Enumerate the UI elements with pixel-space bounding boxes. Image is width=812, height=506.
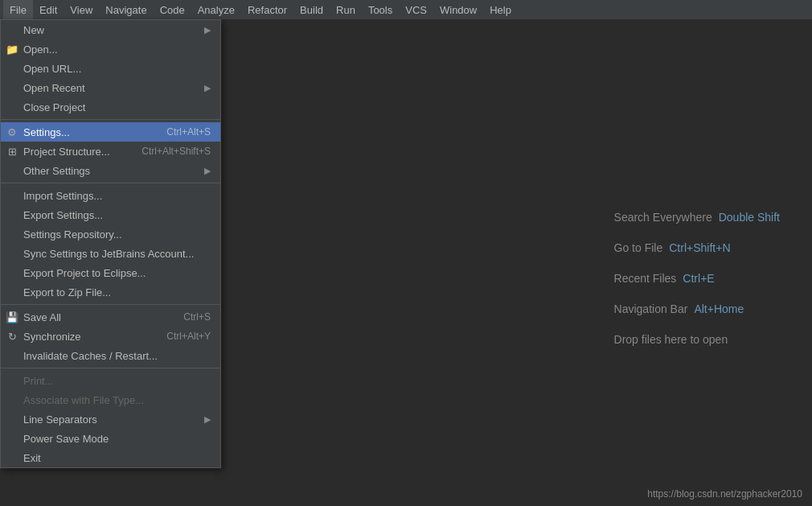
- menu-new-arrow: ▶: [204, 25, 211, 35]
- menu-power-save-mode-label: Power Save Mode: [23, 433, 211, 445]
- menu-refactor[interactable]: Refactor: [241, 0, 293, 19]
- menu-synchronize[interactable]: ↻ Synchronize Ctrl+Alt+Y: [1, 327, 220, 346]
- menu-settings-label: Settings...: [23, 126, 150, 138]
- menu-save-all-shortcut: Ctrl+S: [183, 311, 211, 323]
- separator-4: [1, 368, 220, 368]
- menu-import-settings-label: Import Settings...: [23, 190, 211, 202]
- menu-save-all-label: Save All: [23, 311, 167, 323]
- menu-run[interactable]: Run: [330, 0, 362, 19]
- menu-tools[interactable]: Tools: [362, 0, 399, 19]
- menu-window-label: Window: [440, 4, 477, 16]
- hint-recent-files: Recent Files Ctrl+E: [614, 272, 780, 285]
- menu-close-project-label: Close Project: [23, 101, 211, 113]
- hint-drop-files: Drop files here to open: [614, 333, 780, 346]
- menu-save-all[interactable]: 💾 Save All Ctrl+S: [1, 307, 220, 327]
- menu-other-settings-arrow: ▶: [204, 166, 211, 176]
- menu-power-save-mode[interactable]: Power Save Mode: [1, 429, 220, 448]
- menu-view-label: View: [70, 4, 92, 16]
- menu-file-label: File: [10, 4, 27, 16]
- menu-invalidate-caches-label: Invalidate Caches / Restart...: [23, 350, 211, 362]
- menu-open[interactable]: 📁 Open...: [1, 39, 220, 59]
- menu-settings[interactable]: ⚙ Settings... Ctrl+Alt+S: [1, 122, 220, 142]
- menu-analyze[interactable]: Analyze: [191, 0, 241, 19]
- menu-refactor-label: Refactor: [248, 4, 287, 16]
- menu-vcs[interactable]: VCS: [399, 0, 433, 19]
- menu-project-structure-shortcut: Ctrl+Alt+Shift+S: [141, 146, 211, 157]
- menu-help-label: Help: [490, 4, 511, 16]
- file-dropdown: New ▶ 📁 Open... Open URL... Open Recent …: [0, 19, 221, 468]
- menu-associate-file-type-label: Associate with File Type...: [23, 394, 211, 406]
- menu-open-recent-arrow: ▶: [204, 83, 211, 93]
- menu-settings-repository[interactable]: Settings Repository...: [1, 224, 220, 244]
- hint-navigation-bar: Navigation Bar Alt+Home: [614, 302, 780, 315]
- hint-goto-file: Go to File Ctrl+Shift+N: [614, 241, 780, 254]
- menu-vcs-label: VCS: [405, 4, 427, 16]
- menu-open-url[interactable]: Open URL...: [1, 59, 220, 78]
- project-structure-icon: ⊞: [6, 146, 18, 158]
- menu-new-label: New: [23, 24, 204, 36]
- menu-view[interactable]: View: [64, 0, 99, 19]
- menu-line-separators-label: Line Separators: [23, 413, 204, 426]
- menu-export-settings[interactable]: Export Settings...: [1, 205, 220, 224]
- menu-file[interactable]: File: [3, 0, 33, 19]
- menu-line-separators-arrow: ▶: [204, 414, 211, 425]
- menu-other-settings[interactable]: Other Settings ▶: [1, 161, 220, 180]
- hint-goto-file-label: Go to File: [614, 241, 663, 254]
- menu-build-label: Build: [300, 4, 323, 16]
- menu-open-recent-label: Open Recent: [23, 82, 204, 94]
- separator-1: [1, 119, 220, 120]
- menu-open-recent[interactable]: Open Recent ▶: [1, 78, 220, 97]
- menu-open-label: Open...: [23, 43, 211, 56]
- menu-sync-settings[interactable]: Sync Settings to JetBrains Account...: [1, 244, 220, 263]
- menu-navigate-label: Navigate: [105, 4, 146, 16]
- menu-synchronize-label: Synchronize: [23, 331, 150, 343]
- settings-icon: ⚙: [6, 126, 18, 138]
- menu-open-url-label: Open URL...: [23, 63, 211, 75]
- menu-line-separators[interactable]: Line Separators ▶: [1, 409, 220, 429]
- menu-export-zip-label: Export to Zip File...: [23, 286, 211, 298]
- menu-run-label: Run: [336, 4, 355, 16]
- menu-export-settings-label: Export Settings...: [23, 209, 211, 221]
- hint-search-everywhere-shortcut: Double Shift: [719, 211, 780, 224]
- menu-build[interactable]: Build: [293, 0, 330, 19]
- sync-icon: ↻: [6, 331, 18, 343]
- menu-settings-shortcut: Ctrl+Alt+S: [166, 126, 211, 138]
- menu-invalidate-caches[interactable]: Invalidate Caches / Restart...: [1, 346, 220, 365]
- menu-other-settings-label: Other Settings: [23, 165, 204, 177]
- menu-exit-label: Exit: [23, 452, 211, 464]
- menu-close-project[interactable]: Close Project: [1, 97, 220, 117]
- menu-import-settings[interactable]: Import Settings...: [1, 186, 220, 205]
- hint-drop-files-label: Drop files here to open: [614, 333, 728, 346]
- menu-associate-file-type: Associate with File Type...: [1, 390, 220, 409]
- separator-2: [1, 183, 220, 183]
- hint-navigation-bar-label: Navigation Bar: [614, 302, 688, 315]
- menu-edit[interactable]: Edit: [33, 0, 64, 19]
- separator-3: [1, 304, 220, 305]
- hint-goto-file-shortcut: Ctrl+Shift+N: [669, 241, 730, 254]
- url-bar: https://blog.csdn.net/zgphacker2010: [647, 488, 802, 500]
- menu-project-structure-label: Project Structure...: [23, 146, 125, 158]
- menu-exit[interactable]: Exit: [1, 448, 220, 467]
- menu-navigate[interactable]: Navigate: [99, 0, 153, 19]
- menu-synchronize-shortcut: Ctrl+Alt+Y: [166, 331, 211, 342]
- menu-print: Print...: [1, 371, 220, 390]
- menu-window[interactable]: Window: [433, 0, 483, 19]
- menu-new[interactable]: New ▶: [1, 20, 220, 39]
- url-text: https://blog.csdn.net/zgphacker2010: [647, 488, 802, 500]
- menu-help[interactable]: Help: [483, 0, 518, 19]
- menu-tools-label: Tools: [368, 4, 392, 16]
- hint-recent-files-label: Recent Files: [614, 272, 677, 285]
- hint-search-everywhere-label: Search Everywhere: [614, 211, 712, 224]
- menu-print-label: Print...: [23, 375, 211, 387]
- menu-export-eclipse-label: Export Project to Eclipse...: [23, 267, 211, 279]
- menu-sync-settings-label: Sync Settings to JetBrains Account...: [23, 248, 211, 260]
- menu-export-eclipse[interactable]: Export Project to Eclipse...: [1, 263, 220, 282]
- menu-settings-repository-label: Settings Repository...: [23, 228, 211, 241]
- hints-area: Search Everywhere Double Shift Go to Fil…: [614, 211, 780, 364]
- menu-code[interactable]: Code: [154, 0, 191, 19]
- hint-search-everywhere: Search Everywhere Double Shift: [614, 211, 780, 224]
- menu-project-structure[interactable]: ⊞ Project Structure... Ctrl+Alt+Shift+S: [1, 142, 220, 161]
- menu-export-zip[interactable]: Export to Zip File...: [1, 282, 220, 302]
- hint-recent-files-shortcut: Ctrl+E: [683, 272, 714, 285]
- hint-navigation-bar-shortcut: Alt+Home: [694, 302, 744, 315]
